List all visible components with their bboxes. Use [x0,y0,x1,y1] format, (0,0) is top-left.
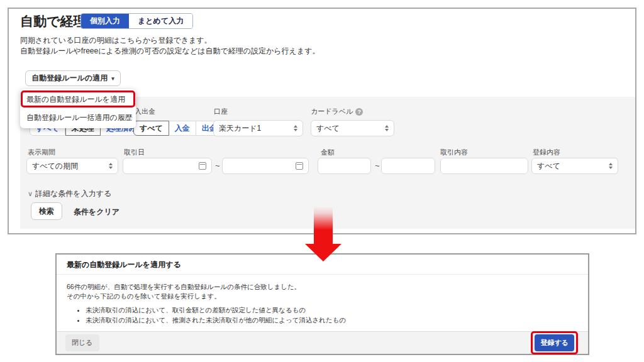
card-label: カードラベル [311,107,353,115]
date-to-input[interactable] [222,158,309,174]
select-caret-icon [294,125,297,131]
period-select[interactable]: すべての期間 [26,158,118,174]
account-select-value: 楽天カード1 [219,123,261,134]
period-label: 表示期間 [28,148,55,157]
caret-down-icon: ▾ [111,75,114,82]
date-from-input[interactable] [123,158,212,174]
advanced-conditions-label: 詳細な条件を入力する [35,189,111,198]
apply-latest-rules-modal: 最新の自動登録ルールを適用する 66件の明細が、自動で処理を実行する自動登録ルー… [55,253,589,355]
modal-footer: 閉じる 登録する [57,331,588,354]
card-label-select[interactable]: すべて [311,120,394,136]
registered-content-select[interactable]: すべて [531,158,618,174]
close-button[interactable]: 閉じる [65,334,99,351]
inout-all-button[interactable]: すべて [133,121,169,136]
account-label: 口座 [214,107,228,116]
menu-item-bulk-apply-history[interactable]: 自動登録ルール一括適用の履歴 [20,109,136,127]
auto-accounting-panel: 自動で経理 個別入力 まとめて入力 同期されている口座の明細はこちらから登録でき… [8,8,636,234]
apply-rules-dropdown-button[interactable]: 自動登録ルールの適用 ▾ [25,70,121,86]
amount-max-input[interactable] [381,158,435,174]
submit-button-wrap: 登録する [535,334,574,351]
inout-deposit-button[interactable]: 入金 [169,121,196,136]
register-button[interactable]: 登録する [535,334,574,351]
registered-content-label: 登録内容 [533,148,560,157]
exclusion-list: 未決済取引の消込において、取引金額との差額が設定した値と異なるもの 未決済取引の… [86,305,578,325]
inout-label: 入出金 [135,107,155,116]
input-mode-tabs: 個別入力 まとめて入力 [80,13,193,29]
period-select-value: すべての期間 [32,161,78,172]
select-caret-icon [109,163,113,169]
select-caret-icon [609,163,613,169]
page-description: 同期されている口座の明細はこちらから登録できます。 自動登録ルールやfreeeに… [20,35,319,57]
modal-body-line-1: 66件の明細が、自動で処理を実行する自動登録ルールの条件に合致しました。 [67,282,578,292]
transaction-desc-label: 取引内容 [440,148,468,157]
registered-select-value: すべて [537,161,560,172]
modal-body-line-2: その中から下記のものを除いて登録を実行します。 [67,292,578,301]
tab-bulk-input[interactable]: まとめて入力 [129,14,192,28]
red-arrow-down-icon [305,244,341,261]
page-title: 自動で経理 [20,13,87,30]
select-caret-icon [385,125,389,131]
menu-item-apply-latest-rules[interactable]: 最新の自動登録ルールを適用 [20,90,136,109]
apply-rules-label: 自動登録ルールの適用 [31,73,108,84]
clear-conditions-button[interactable]: 条件をクリア [74,207,119,217]
transaction-date-label: 取引日 [124,148,145,157]
menu-item-apply-latest-rules-label: 最新の自動登録ルールを適用 [26,95,125,104]
card-label-row: カードラベル? [311,105,363,116]
advanced-conditions-link[interactable]: ∨詳細な条件を入力する [28,189,111,199]
exclusion-item-2: 未決済取引の消込において、推測された未決済取引が他の明細によって消込されたもの [86,315,578,325]
exclusion-item-1: 未決済取引の消込において、取引金額との差額が設定した値と異なるもの [86,305,578,315]
apply-rules-dropdown-menu: 最新の自動登録ルールを適用 自動登録ルール一括適用の履歴 [20,89,136,128]
calendar-icon[interactable] [199,162,206,170]
amount-label: 金額 [321,148,335,157]
red-arrow-shaft [314,206,333,244]
card-select-value: すべて [316,123,340,134]
transaction-desc-input[interactable] [440,158,528,174]
menu-item-bulk-apply-history-label: 自動登録ルール一括適用の履歴 [26,113,133,122]
amount-min-input[interactable] [318,158,371,174]
inout-segmented-control: すべて 入金 出金 [133,121,223,136]
description-line-1: 同期されている口座の明細はこちらから登録できます。 [20,35,319,46]
amount-range-separator: ~ [375,161,380,170]
tab-individual-input[interactable]: 個別入力 [81,14,129,28]
date-range-separator: ~ [215,161,220,170]
modal-body: 66件の明細が、自動で処理を実行する自動登録ルールの条件に合致しました。 その中… [57,275,588,340]
search-button[interactable]: 検索 [31,202,62,220]
calendar-icon[interactable] [296,162,303,170]
chevron-down-icon: ∨ [28,190,33,197]
description-line-2: 自動登録ルールやfreeeによる推測の可否の設定などは自動で経理の設定から行えま… [20,46,319,57]
account-select[interactable]: 楽天カード1 [213,120,303,136]
help-icon[interactable]: ? [355,108,363,116]
